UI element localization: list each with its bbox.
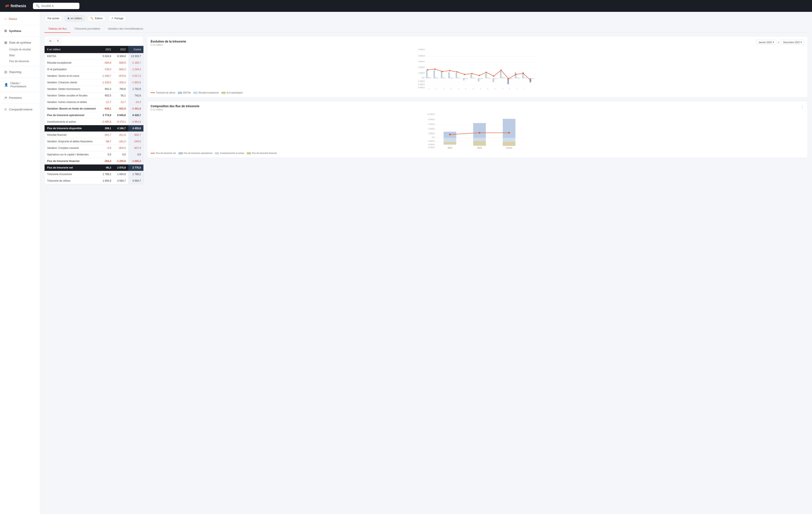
sidebar-item-flux[interactable]: Flux de trésorerie [0, 58, 40, 64]
search-input[interactable] [41, 4, 77, 8]
chart1-svg: 5 000,0 4 000,0 3 000,0 2 000,0 1 000,0 … [151, 47, 804, 89]
chart1-controls: Janvier 2020 ▾ à Décembre 2022 ▾ [756, 40, 804, 45]
legend-label-flux-fin: Flux de trésorerie financier [252, 152, 277, 154]
svg-rect-107 [444, 138, 456, 142]
cell-2022: -12,7 [114, 99, 128, 106]
cell-2022: -311,0 [114, 132, 128, 138]
sidebar-item-previsions[interactable]: ◔ Previsions [0, 94, 40, 102]
sidebar-item-compte[interactable]: Compte de résultat [0, 47, 40, 52]
date-to-select[interactable]: Décembre 2022 ▾ [781, 40, 804, 45]
col-2021-header: 2021 [99, 46, 114, 53]
toolbar: Par année en milliers ✏️ Édition ↗ Parta… [45, 15, 808, 22]
sidebar-item-synthese[interactable]: ⊞ Synthèse [0, 27, 40, 35]
chart2-header: Composition des flux de trésorerie € en … [151, 104, 804, 111]
cell-label: Opérations sur le capital / dividendes [45, 152, 99, 158]
svg-rect-39 [481, 78, 483, 79]
svg-text:11/2020: 11/2020 [498, 88, 503, 89]
sidebar-item-bilan[interactable]: Bilan [0, 52, 40, 58]
cell-2021: 2 774,9 [99, 112, 114, 118]
cell-label: Variation: Autres créances et dettes [45, 99, 99, 106]
en-milliers-button[interactable]: en milliers [64, 15, 85, 22]
svg-rect-16 [426, 70, 428, 78]
chart2-more-button[interactable]: ⋮ [801, 104, 804, 109]
table-row: Trésorerie d'ouverture1 789,21 693,91 78… [45, 171, 143, 178]
svg-rect-30 [459, 78, 461, 78]
svg-text:4 000,0: 4 000,0 [428, 128, 435, 130]
svg-text:-3 000,0: -3 000,0 [417, 86, 425, 88]
divider6 [0, 103, 40, 104]
cell-label: Variation: Dettes fournisseurs [45, 86, 99, 92]
col-2022-header: 2022 [114, 46, 128, 53]
tab-tresorerie-journaliere[interactable]: Trésorerie journalière [70, 25, 104, 33]
legend-label-tresorerie: Trésorerie de clôture [156, 91, 175, 94]
svg-rect-110 [473, 138, 486, 141]
svg-rect-48 [503, 78, 505, 78]
copy-button[interactable]: ⧉ [48, 38, 53, 44]
cell-label: Variation: Emprunts et dettes financière… [45, 138, 99, 145]
partage-label: Partage [115, 17, 123, 20]
sidebar-item-clients[interactable]: 👤 Clients / Fournisseurs [0, 80, 40, 90]
svg-text:07/2020: 07/2020 [469, 88, 474, 89]
cell-2022: 2 870,8 [114, 164, 128, 171]
svg-rect-114 [503, 142, 515, 146]
chart1-container: 5 000,0 4 000,0 3 000,0 2 000,0 1 000,0 … [151, 47, 804, 90]
cell-2021: -11,7 [99, 99, 114, 106]
cell-2021: -949,1 [99, 106, 114, 112]
cell-2021: 5 024,9 [99, 53, 114, 60]
flux-label: Flux de trésorerie [9, 60, 29, 63]
svg-text:06/22: 06/22 [528, 89, 532, 89]
svg-rect-35 [472, 77, 473, 78]
svg-text:0,0: 0,0 [422, 77, 425, 79]
svg-rect-23 [442, 77, 444, 78]
svg-text:4 000,0: 4 000,0 [418, 55, 425, 57]
divider4 [0, 78, 40, 78]
edition-button[interactable]: ✏️ Édition [87, 15, 106, 22]
svg-rect-59 [531, 78, 533, 79]
date-from-select[interactable]: Janvier 2020 ▾ [756, 40, 776, 45]
sidebar-item-reporting[interactable]: ▤ Reporting [0, 68, 40, 76]
svg-point-65 [457, 71, 458, 73]
back-button[interactable]: ← Retour [0, 15, 40, 22]
divider [0, 25, 40, 25]
cell-2021: -1 046,7 [99, 73, 114, 79]
main-content: Par année en milliers ✏️ Édition ↗ Parta… [40, 12, 812, 514]
content-area: ⧉ ⇅ € en milliers 2021 2022 Cumul EBITDA… [45, 36, 808, 184]
svg-rect-109 [473, 123, 486, 138]
svg-text:6 000,0: 6 000,0 [428, 123, 435, 125]
par-annee-button[interactable]: Par année [45, 15, 62, 22]
partage-button[interactable]: ↗ Partage [108, 15, 126, 22]
legend-color-is [221, 92, 226, 94]
svg-rect-46 [500, 71, 501, 78]
chart1-subtitle: € en milliers [151, 44, 186, 46]
cell-cumul: 742,6 [128, 92, 143, 99]
legend-label-ebitda: EBITDA [183, 91, 191, 94]
cell-label: Variation: Comptes courants [45, 145, 99, 152]
svg-rect-37 [478, 78, 479, 81]
cell-label: Flux de trésorerie net [45, 164, 99, 171]
svg-text:09/2020: 09/2020 [483, 88, 489, 89]
svg-point-72 [508, 78, 509, 79]
svg-rect-113 [503, 138, 515, 142]
cell-2022: 4 564,7 [114, 178, 128, 184]
svg-rect-53 [517, 77, 518, 78]
tab-variation-immobilisations[interactable]: Variation des immobilisations [104, 25, 147, 33]
en-milliers-label: en milliers [70, 17, 82, 20]
chart1-header: Évolution de la trésorerie € en milliers… [151, 40, 804, 46]
table-panel: ⧉ ⇅ € en milliers 2021 2022 Cumul EBITDA… [45, 36, 144, 184]
tab-tableau-flux[interactable]: Tableau de flux [45, 25, 70, 33]
sort-button[interactable]: ⇅ [55, 38, 61, 44]
table-row: EBITDA5 024,98 308,813 333,7 [45, 53, 143, 60]
legend-ebitda: EBITDA [178, 91, 191, 94]
search-bar[interactable]: 🔍 [33, 3, 80, 9]
sidebar-item-comparatif[interactable]: ⊙ Comparatif externe [0, 105, 40, 113]
cell-2022: -1 295,9 [114, 158, 128, 164]
cell-cumul: 0,0 [128, 152, 143, 158]
sidebar-item-etats[interactable]: ▦ États de synthèse [0, 38, 40, 47]
cell-2021: -384,4 [99, 158, 114, 164]
svg-text:-2 000,0: -2 000,0 [428, 140, 435, 142]
svg-rect-31 [463, 78, 465, 80]
cell-2021: -2 485,8 [99, 118, 114, 125]
sidebar: ← Retour ⊞ Synthèse ▦ États de synthèse … [0, 12, 40, 514]
cell-label: IS et participation [45, 66, 99, 73]
comparatif-label: Comparatif externe [9, 108, 32, 111]
